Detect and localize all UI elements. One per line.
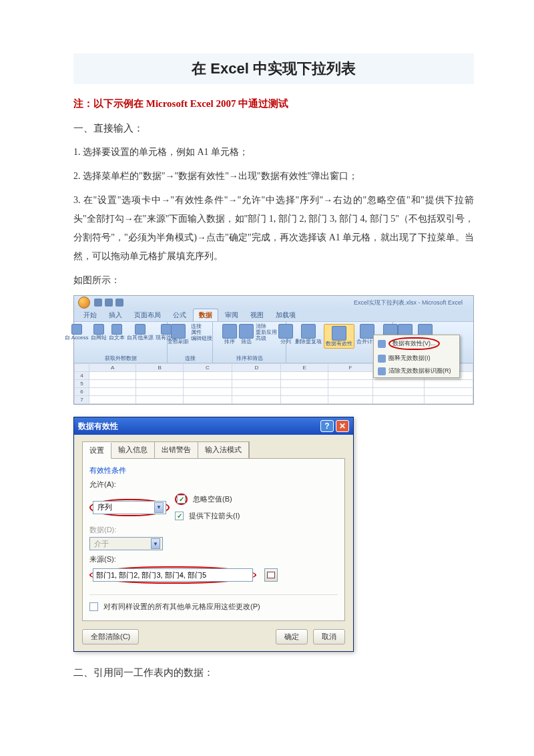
tab-home[interactable]: 开始 (78, 309, 102, 321)
paragraph-1: 1. 选择要设置的单元格，例如 A1 单元格； (73, 143, 474, 162)
range-picker-button[interactable] (264, 568, 278, 582)
ignore-blank-checkbox[interactable]: ✓ (177, 495, 186, 504)
btn-clear[interactable]: 清除 (256, 324, 277, 329)
allow-highlight: 序列 ▼ (89, 499, 170, 516)
paragraph-4: 如图所示： (73, 271, 474, 290)
dialog-tabs: 设置 输入信息 出错警告 输入法模式 (82, 441, 250, 458)
allow-select[interactable]: 序列 ▼ (93, 501, 166, 514)
ignore-blank-label: 忽略空值(B) (193, 494, 232, 504)
data-validation-dropdown-menu: 数据有效性(V)... 圈释无效数据(I) 清除无效数据标识圈(R) (373, 335, 460, 378)
paragraph-3: 3. 在"设置"选项卡中→"有效性条件"→"允许"中选择"序列"→右边的"忽略空… (73, 191, 474, 266)
group-label (338, 356, 340, 362)
btn-filter[interactable]: 筛选 (239, 324, 254, 345)
ignore-blank-highlight: ✓ (175, 494, 188, 505)
data-validation-dialog: 数据有效性 ? ✕ 设置 输入信息 出错警告 输入法模式 有效性条件 允许(A)… (73, 417, 354, 652)
apply-all-checkbox[interactable] (89, 602, 98, 611)
tab-data[interactable]: 数据 (193, 309, 218, 321)
tab-formulas[interactable]: 公式 (168, 309, 192, 321)
window-titlebar: Excel实现下拉列表.xlsx - Microsoft Excel (74, 296, 473, 309)
excel-ribbon-screenshot: Excel实现下拉列表.xlsx - Microsoft Excel 开始 插入… (73, 295, 474, 405)
source-label: 来源(S): (89, 554, 338, 564)
allow-label: 允许(A): (89, 480, 338, 490)
group-label: 获取外部数据 (105, 355, 137, 362)
btn-text-to-cols[interactable]: 分列 (278, 324, 293, 349)
chevron-down-icon[interactable]: ▼ (154, 502, 164, 513)
qat-icon[interactable] (105, 299, 113, 307)
btn-properties[interactable]: 属性 (191, 330, 212, 335)
clear-all-button[interactable]: 全部清除(C) (82, 629, 139, 644)
menu-item-validation[interactable]: 数据有效性(V)... (374, 335, 459, 352)
tab-content-settings: 有效性条件 允许(A): 序列 ▼ ✓ 忽略 (82, 458, 345, 621)
dialog-titlebar: 数据有效性 ? ✕ (74, 417, 353, 435)
btn-refresh-all[interactable]: 全部刷新 (168, 324, 189, 345)
section-1-title: 一、直接输入： (73, 122, 474, 135)
tab-review[interactable]: 审阅 (220, 309, 244, 321)
ok-button[interactable]: 确定 (276, 629, 308, 644)
paragraph-2: 2. 选择菜单栏的"数据"→"数据有效性"→出现"数据有效性"弹出窗口； (73, 167, 474, 186)
help-button[interactable]: ? (320, 420, 334, 432)
group-label: 连接 (185, 355, 196, 362)
section-2-title: 二、引用同一工作表内的数据： (73, 667, 474, 679)
menu-item-clear-circles[interactable]: 清除无效数据标识圈(R) (374, 365, 459, 377)
dialog-title: 数据有效性 (78, 421, 118, 432)
fieldset-title: 有效性条件 (89, 465, 338, 476)
btn-from-other[interactable]: 自其他来源 (127, 324, 154, 341)
group-label: 排序和筛选 (236, 355, 263, 362)
show-dropdown-checkbox[interactable]: ✓ (175, 512, 184, 520)
note-text: 注：以下示例在 Microsoft Excel 2007 中通过测试 (73, 98, 474, 110)
tab-view[interactable]: 视图 (245, 309, 269, 321)
validation-icon (378, 340, 386, 348)
data-select: 介于 ▼ (89, 537, 163, 550)
tab-error-alert[interactable]: 出错警告 (155, 442, 198, 458)
apply-all-label: 对有同样设置的所有其他单元格应用这些更改(P) (103, 602, 260, 612)
page-title: 在 Excel 中实现下拉列表 (73, 59, 474, 79)
btn-reapply[interactable]: 重新应用 (256, 330, 277, 335)
source-input[interactable]: 部门1, 部门2, 部门3, 部门4, 部门5 (93, 568, 253, 582)
range-icon (267, 572, 275, 578)
chevron-down-icon: ▼ (151, 538, 160, 549)
office-button-icon[interactable] (78, 297, 90, 309)
btn-from-web[interactable]: 自网站 (91, 324, 107, 341)
close-button[interactable]: ✕ (336, 420, 349, 432)
cancel-button[interactable]: 取消 (313, 629, 345, 644)
data-label: 数据(D): (89, 525, 338, 535)
source-highlight: 部门1, 部门2, 部门3, 部门4, 部门5 (89, 566, 256, 584)
show-dropdown-label: 提供下拉箭头(I) (189, 511, 240, 521)
btn-from-access[interactable]: 自 Access (65, 324, 89, 341)
btn-connections[interactable]: 连接 (191, 324, 212, 329)
tab-insert[interactable]: 插入 (103, 309, 127, 321)
group-connections: 全部刷新 连接 属性 编辑链接 连接 (168, 322, 213, 363)
tab-addins[interactable]: 加载项 (270, 309, 301, 321)
group-external-data: 自 Access 自网站 自文本 自其他来源 现有连接 获取外部数据 (74, 322, 168, 363)
circle-icon (378, 355, 386, 363)
btn-data-validation[interactable]: 数据有效性 (324, 324, 354, 349)
tab-page-layout[interactable]: 页面布局 (129, 309, 166, 321)
btn-edit-links[interactable]: 编辑链接 (191, 336, 212, 341)
btn-from-text[interactable]: 自文本 (109, 324, 125, 341)
qat-icon[interactable] (115, 299, 123, 307)
qat-icon[interactable] (94, 299, 102, 307)
window-title: Excel实现下拉列表.xlsx - Microsoft Excel (123, 299, 469, 307)
btn-sort[interactable]: 排序 (222, 324, 237, 345)
tab-settings[interactable]: 设置 (83, 443, 111, 459)
tab-input-msg[interactable]: 输入信息 (111, 442, 155, 458)
quick-access-toolbar[interactable] (94, 299, 123, 307)
clear-icon (378, 367, 386, 375)
btn-remove-dup[interactable]: 删除重复项 (295, 324, 322, 349)
btn-advanced[interactable]: 高级 (256, 336, 277, 341)
tab-ime-mode[interactable]: 输入法模式 (198, 442, 249, 458)
ribbon-tabs: 开始 插入 页面布局 公式 数据 审阅 视图 加载项 (74, 309, 473, 321)
menu-item-circle-invalid[interactable]: 圈释无效数据(I) (374, 352, 459, 365)
group-sort-filter: 排序 筛选 清除 重新应用 高级 排序和筛选 (213, 322, 286, 363)
page-title-bar: 在 Excel 中实现下拉列表 (73, 53, 474, 84)
